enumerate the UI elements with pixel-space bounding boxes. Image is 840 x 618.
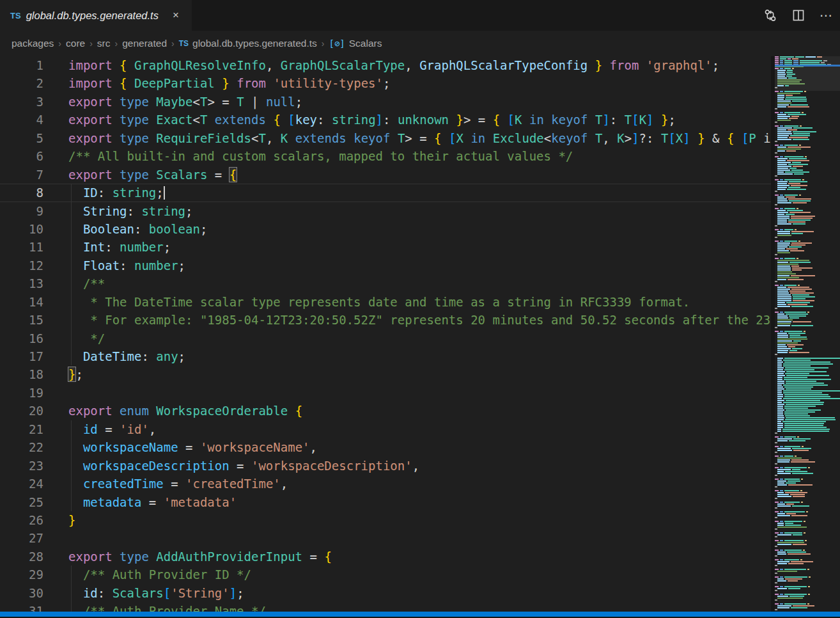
split-editor-icon[interactable] [791,8,805,22]
line-number: 12 [0,257,43,274]
code-line[interactable]: 23workspaceDescription = 'workspaceDescr… [0,457,771,475]
indent-guide [71,184,72,202]
code-line[interactable]: 31/** Auth Provider Name */ [0,602,771,612]
close-tab-icon[interactable]: × [170,8,182,23]
indent-guide [71,457,72,475]
code-line-content: export enum WorkspaceOrderable { [68,402,302,420]
breadcrumb-filename[interactable]: global.db.types.generated.ts [192,38,317,49]
code-line-content: Boolean: boolean; [68,220,207,238]
open-changes-icon[interactable] [763,8,777,22]
code-line[interactable]: 3export type Maybe<T> = T | null; [0,93,771,111]
status-bar [0,612,840,617]
code-line[interactable]: 25metadata = 'metadata' [0,493,771,511]
more-actions-icon[interactable]: ⋯ [820,8,832,22]
chevron-right-icon: › [115,38,118,49]
code-line-content: import { DeepPartial } from 'utility-typ… [68,74,390,92]
line-number: 28 [0,548,43,566]
breadcrumb-generated[interactable]: generated [122,38,167,49]
breadcrumb-packages[interactable]: packages [12,38,54,49]
typescript-file-icon: TS [179,39,189,48]
code-line[interactable]: 19 [0,384,771,402]
code-line[interactable]: 7export type Scalars = { [0,166,771,184]
code-line[interactable]: 18}; [0,365,771,383]
code-line[interactable]: 15 * For example: "1985-04-12T23:20:50.5… [0,311,771,329]
line-number: 2 [0,74,43,92]
code-line[interactable]: 20export enum WorkspaceOrderable { [0,402,771,420]
indent-guide [71,311,72,329]
code-line[interactable]: 10Boolean: boolean; [0,220,771,238]
text-cursor [164,186,165,200]
type-symbol-icon: [⊘] [329,38,345,49]
code-line[interactable]: 14 * The DateTime scalar type represents… [0,293,771,311]
line-number: 30 [0,584,43,602]
minimap[interactable] [775,56,840,612]
code-line-content: id = 'id', [68,420,156,438]
line-number: 25 [0,493,43,511]
editor-actions: ⋯ [763,0,832,31]
code-line[interactable]: 1import { GraphQLResolveInfo, GraphQLSca… [0,56,771,74]
code-line[interactable]: 26} [0,511,771,529]
indent-guide [71,347,72,365]
minimap-slider[interactable] [775,56,840,91]
code-line-content: workspaceDescription = 'workspaceDescrip… [68,457,419,475]
line-number: 14 [0,293,43,311]
line-number: 4 [0,111,43,129]
code-line-content: Float: number; [68,257,185,274]
code-line-content: /** Auth Provider ID */ [68,566,251,583]
indent-guide [71,584,72,602]
line-number: 8 [0,184,43,202]
code-line-content: } [68,511,75,529]
line-number: 9 [0,202,43,220]
code-line[interactable]: 2import { DeepPartial } from 'utility-ty… [0,74,771,92]
code-line[interactable]: 22workspaceName = 'workspaceName', [0,438,771,456]
chevron-right-icon: › [322,38,325,49]
typescript-file-icon: TS [10,11,21,20]
code-line-content: /** All built-in and custom scalars, map… [68,147,573,165]
code-line[interactable]: 4export type Exact<T extends { [key: str… [0,111,771,129]
code-line[interactable]: 28export type AddAuthProviderInput = { [0,548,771,566]
line-number: 20 [0,402,43,420]
line-number: 24 [0,475,43,493]
code-line-content: /** [68,274,105,292]
line-number: 5 [0,129,43,147]
line-number: 26 [0,511,43,529]
code-line[interactable]: 6/** All built-in and custom scalars, ma… [0,147,771,165]
code-line[interactable]: 27 [0,529,771,547]
breadcrumb-src[interactable]: src [97,38,111,49]
code-line-content: String: string; [68,202,193,220]
indent-guide [71,475,72,493]
code-line[interactable]: 5export type RequireFields<T, K extends … [0,129,771,147]
indent-guide [71,493,72,511]
code-line-content: export type AddAuthProviderInput = { [68,548,332,566]
code-line-content: workspaceName = 'workspaceName', [68,438,317,456]
code-line-content: metadata = 'metadata' [68,493,237,511]
breadcrumb-core[interactable]: core [66,38,85,49]
code-line-content: import { GraphQLResolveInfo, GraphQLScal… [68,56,719,74]
code-line[interactable]: 13/** [0,274,771,292]
code-line[interactable]: 29/** Auth Provider ID */ [0,566,771,583]
line-number: 17 [0,347,43,365]
code-line[interactable]: 8ID: string; [0,184,771,202]
indent-guide [71,220,72,238]
indent-guide [71,293,72,311]
code-line[interactable]: 30id: Scalars['String']; [0,584,771,602]
breadcrumb-symbol[interactable]: Scalars [349,38,382,49]
code-line[interactable]: 17DateTime: any; [0,347,771,365]
code-editor[interactable]: 1import { GraphQLResolveInfo, GraphQLSca… [0,56,771,612]
code-line-content: * For example: "1985-04-12T23:20:50.52Z"… [68,311,770,329]
code-line[interactable]: 11Int: number; [0,238,771,256]
chevron-right-icon: › [89,38,93,49]
code-line[interactable]: 12Float: number; [0,257,771,274]
code-line-content: }; [68,365,83,383]
indent-guide [71,274,72,292]
code-line[interactable]: 21id = 'id', [0,420,771,438]
line-number: 6 [0,147,43,165]
tab-global-db-types[interactable]: TS global.db.types.generated.ts × [0,0,192,31]
code-line[interactable]: 24createdTime = 'createdTime', [0,475,771,493]
code-line-content: DateTime: any; [68,347,185,365]
indent-guide [71,238,72,256]
code-line[interactable]: 16 */ [0,329,771,347]
line-number: 23 [0,457,43,475]
line-number: 7 [0,166,43,184]
code-line[interactable]: 9String: string; [0,202,771,220]
